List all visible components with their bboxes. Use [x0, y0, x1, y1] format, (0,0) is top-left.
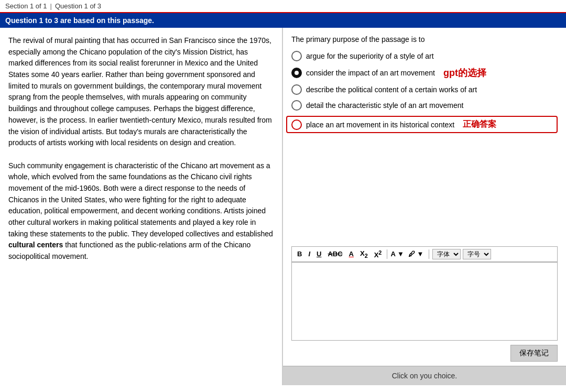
- passage-paragraph-2: Such community engagement is characteris…: [8, 160, 274, 263]
- italic-button[interactable]: I: [306, 249, 312, 258]
- font-size-select[interactable]: 字号: [463, 249, 491, 259]
- toolbar-divider-2: [429, 249, 429, 259]
- gpt-label: gpt的选择: [443, 67, 486, 79]
- text-toolbar: B I U ABC A X2 X2 A ▼ 🖊 ▼ 字体 字号: [291, 246, 558, 262]
- save-button-row: 保存笔记: [283, 341, 566, 366]
- option-row-e[interactable]: place an art movement in its historical …: [286, 116, 558, 133]
- notes-text-area[interactable]: [291, 262, 558, 341]
- top-bar: Section 1 of 1 | Question 1 of 3: [0, 0, 566, 13]
- font-color-button[interactable]: A: [347, 249, 356, 258]
- option-row-c[interactable]: describe the political content of a cert…: [291, 84, 558, 95]
- superscript-button[interactable]: X2: [372, 249, 384, 259]
- option-text-e: place an art movement in its historical …: [306, 121, 454, 129]
- font-family-select[interactable]: 字体: [432, 249, 461, 259]
- option-row-d[interactable]: detail the characteristic style of an ar…: [291, 100, 558, 111]
- strikethrough-button[interactable]: ABC: [325, 249, 344, 258]
- radio-a[interactable]: [291, 51, 302, 61]
- right-panel: The primary purpose of the passage is to…: [283, 28, 566, 385]
- section-label: Section 1 of 1: [5, 2, 47, 10]
- radio-b[interactable]: [291, 68, 302, 78]
- separator: |: [50, 2, 52, 10]
- subscript-button[interactable]: X2: [358, 249, 370, 259]
- toolbar-divider-1: [387, 249, 387, 259]
- option-text-a: argue for the superiority of a style of …: [306, 52, 434, 60]
- radio-c[interactable]: [291, 84, 302, 95]
- radio-e[interactable]: [291, 119, 302, 130]
- bold-cultural-centers: cultural centers: [8, 241, 63, 249]
- underline-button[interactable]: U: [314, 249, 323, 258]
- bottom-bar-text: Click on you choice.: [392, 372, 458, 380]
- left-panel: The revival of mural painting that has o…: [0, 28, 283, 385]
- option-text-b: consider the impact of an art movement: [306, 69, 435, 77]
- question-label: Question 1 of 3: [55, 2, 101, 10]
- passage-header: Question 1 to 3 are based on this passag…: [0, 13, 566, 28]
- bottom-bar: Click on you choice.: [283, 366, 566, 385]
- option-row-b[interactable]: consider the impact of an art movement g…: [291, 67, 558, 79]
- passage-header-text: Question 1 to 3 are based on this passag…: [5, 16, 154, 25]
- font-color-a-button[interactable]: A ▼: [390, 250, 404, 258]
- option-text-d: detail the characteristic style of an ar…: [306, 101, 463, 110]
- bold-button[interactable]: B: [295, 249, 304, 258]
- option-row-a[interactable]: argue for the superiority of a style of …: [291, 51, 558, 61]
- radio-d[interactable]: [291, 100, 302, 111]
- passage-paragraph-1: The revival of mural painting that has o…: [8, 35, 274, 149]
- save-notes-button[interactable]: 保存笔记: [510, 345, 558, 362]
- question-text: The primary purpose of the passage is to: [291, 35, 558, 43]
- question-area: The primary purpose of the passage is to…: [283, 28, 566, 246]
- correct-answer-label: 正确答案: [463, 119, 496, 130]
- option-text-c: describe the political content of a cert…: [306, 85, 477, 94]
- highlight-button[interactable]: 🖊 ▼: [406, 249, 426, 258]
